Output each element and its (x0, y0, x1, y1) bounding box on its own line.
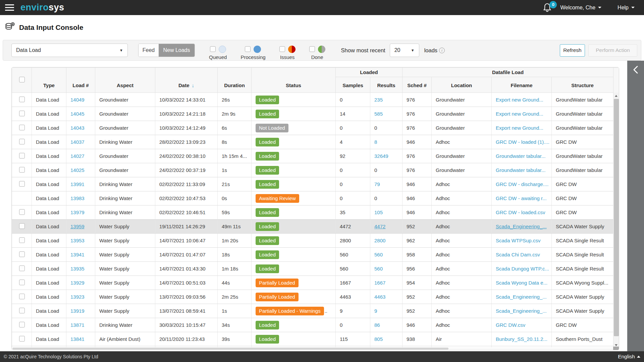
menu-icon[interactable] (5, 3, 14, 12)
load-number-link[interactable]: 13983 (70, 195, 85, 201)
filename-link[interactable]: Scada_Engineering_... (496, 308, 547, 314)
row-checkbox[interactable] (19, 265, 25, 271)
horizontal-scrollbar[interactable] (12, 347, 613, 350)
load-number-link[interactable]: 13935 (70, 266, 85, 272)
results-link[interactable]: 8 (374, 139, 377, 145)
results-link[interactable]: 86 (374, 322, 380, 328)
select-all-checkbox[interactable] (19, 77, 25, 82)
row-checkbox[interactable] (19, 167, 25, 173)
row-checkbox[interactable] (19, 139, 25, 144)
load-number-link[interactable]: 13979 (70, 209, 85, 215)
filename-link[interactable]: GRC DW.csv (496, 322, 525, 328)
horizontal-scrollbar-thumb[interactable] (12, 348, 448, 350)
column-header-duration[interactable]: Duration (218, 68, 252, 93)
load-number-link[interactable]: 14025 (70, 167, 85, 173)
filename-link[interactable]: GRC DW - loaded (1).... (496, 139, 549, 145)
perform-action-button[interactable]: Perform Action (588, 44, 637, 57)
load-number-link[interactable]: 14043 (70, 125, 85, 131)
load-number-link[interactable]: 14049 (70, 97, 85, 103)
column-header-samples[interactable]: Samples (336, 77, 370, 93)
row-checkbox[interactable] (19, 336, 25, 342)
column-header-location[interactable]: Location (432, 77, 492, 93)
filename-link[interactable]: GRC DW - loaded.csv (496, 209, 545, 215)
column-header-status[interactable]: Status (252, 68, 336, 93)
column-header-filename[interactable]: Filename (492, 77, 552, 93)
column-header-aspect[interactable]: Aspect (95, 68, 155, 93)
done-checkbox[interactable] (309, 46, 315, 52)
filename-link[interactable]: Scada_Engineering_... (496, 294, 547, 300)
load-number-link[interactable]: 13959 (70, 224, 85, 229)
info-icon[interactable]: i (439, 48, 445, 53)
expand-panel-button[interactable] (632, 65, 639, 351)
scroll-up-icon[interactable] (613, 93, 619, 99)
load-number-link[interactable]: 14027 (70, 153, 85, 159)
help-menu[interactable]: Help (618, 5, 635, 11)
load-number-link[interactable]: 14045 (70, 111, 85, 117)
row-checkbox[interactable] (19, 97, 25, 102)
filename-link[interactable]: Scada_Engineering_... (496, 224, 547, 229)
row-checkbox[interactable] (19, 223, 25, 229)
results-link[interactable]: 105 (374, 209, 383, 215)
feed-button[interactable]: Feed (139, 44, 159, 57)
results-link[interactable]: 585 (374, 111, 383, 117)
load-number-link[interactable]: 13841 (70, 336, 85, 342)
issues-checkbox[interactable] (279, 46, 285, 52)
row-checkbox[interactable] (19, 251, 25, 257)
column-header-results[interactable]: Results (370, 77, 402, 93)
filename-link[interactable]: GRC DW - discharge.... (496, 181, 549, 187)
results-link[interactable]: 2800 (374, 238, 385, 243)
filename-link[interactable]: Groundwater tabular... (496, 167, 545, 173)
results-link[interactable]: 235 (374, 97, 383, 103)
results-link[interactable]: 1667 (374, 280, 385, 286)
column-header-type[interactable]: Type (32, 68, 66, 93)
results-link[interactable]: 4472 (374, 224, 385, 229)
results-link[interactable]: 560 (374, 252, 383, 257)
load-number-link[interactable]: 13923 (70, 294, 85, 300)
row-checkbox[interactable] (19, 280, 25, 285)
results-link[interactable]: 805 (374, 336, 383, 342)
column-header-sched-number[interactable]: Sched # (402, 77, 432, 93)
queued-checkbox[interactable] (210, 46, 216, 52)
load-number-link[interactable]: 13929 (70, 280, 85, 286)
column-header-structure[interactable]: Structure (552, 77, 613, 93)
results-link[interactable]: 79 (374, 181, 380, 187)
load-number-link[interactable]: 13871 (70, 322, 85, 328)
filename-link[interactable]: Bunbury_SS_20.11.2... (496, 336, 547, 342)
results-link[interactable]: 32649 (374, 153, 388, 159)
vertical-scrollbar-thumb[interactable] (614, 99, 619, 336)
row-checkbox[interactable] (19, 181, 25, 187)
row-checkbox[interactable] (19, 294, 25, 299)
filename-link[interactable]: Scada Chi Dam.csv (496, 252, 540, 257)
column-header-load-number[interactable]: Load # (66, 68, 95, 93)
results-link[interactable]: 560 (374, 266, 383, 272)
filename-link[interactable]: Groundwater tabular... (496, 153, 545, 159)
vertical-scrollbar[interactable] (613, 93, 619, 349)
new-loads-button[interactable]: New Loads (159, 44, 195, 57)
load-number-link[interactable]: 13919 (70, 308, 85, 314)
load-number-link[interactable]: 14037 (70, 139, 85, 145)
filename-link[interactable]: Scada Wyong Data e... (496, 280, 547, 286)
load-type-select[interactable]: Data Load ▼ (11, 44, 128, 57)
row-checkbox[interactable] (19, 322, 25, 327)
load-number-link[interactable]: 13991 (70, 181, 85, 187)
filename-link[interactable]: Export new Ground... (496, 125, 543, 131)
row-checkbox[interactable] (19, 209, 25, 215)
recent-count-select[interactable]: 20 ▼ (390, 44, 419, 57)
filename-link[interactable]: Scada Dungog WTP.c... (496, 266, 549, 272)
row-checkbox[interactable] (19, 237, 25, 243)
load-number-link[interactable]: 13941 (70, 252, 85, 257)
filename-link[interactable]: GRC DW - awaiting r... (496, 195, 547, 201)
filename-link[interactable]: Export new Ground... (496, 111, 543, 117)
filename-link[interactable]: Scada WTPSup.csv (496, 238, 540, 243)
row-checkbox[interactable] (19, 308, 25, 313)
notifications-button[interactable]: 0 (543, 2, 553, 13)
filename-link[interactable]: Export new Ground... (496, 97, 543, 103)
results-link[interactable]: 9 (374, 308, 377, 314)
row-checkbox[interactable] (19, 125, 25, 130)
column-header-date[interactable]: Date↓ (155, 68, 218, 93)
row-checkbox[interactable] (19, 111, 25, 116)
load-number-link[interactable]: 13953 (70, 238, 85, 243)
language-selector[interactable]: English (618, 354, 640, 360)
results-link[interactable]: 4463 (374, 294, 385, 300)
user-menu[interactable]: Welcome, Che (560, 5, 601, 11)
